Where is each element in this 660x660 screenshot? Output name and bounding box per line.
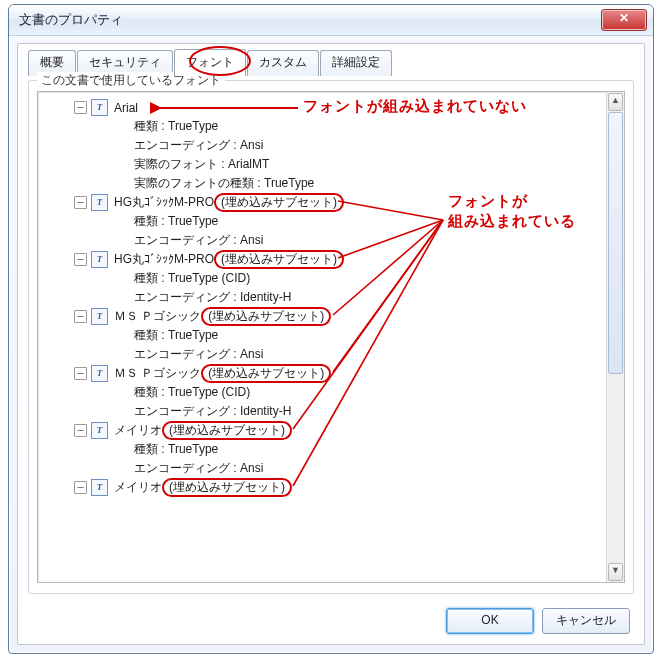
document-properties-dialog: 文書のプロパティ ✕ 概要セキュリティフォントカスタム詳細設定 この文書で使用し… [8, 4, 654, 654]
font-detail-row: 種類 : TrueType [134, 212, 606, 231]
tab-2[interactable]: フォント [174, 49, 246, 76]
font-tree-container: –TArial 種類 : TrueTypeエンコーディング : Ansi実際のフ… [37, 91, 625, 583]
tab-4[interactable]: 詳細設定 [320, 50, 392, 76]
fonts-groupbox: この文書で使用しているフォント –TArial 種類 : TrueTypeエンコ… [28, 80, 634, 594]
scroll-down-button[interactable]: ▼ [608, 563, 623, 581]
embedded-subset-tag: (埋め込みサブセット) [201, 307, 331, 326]
embedded-subset-tag: (埋め込みサブセット) [214, 193, 344, 212]
font-icon: T [91, 479, 108, 496]
font-icon: T [91, 194, 108, 211]
font-name-label: HG丸ｺﾞｼｯｸM-PRO [114, 251, 214, 268]
cancel-button[interactable]: キャンセル [542, 608, 630, 634]
font-node[interactable]: –TArial [74, 98, 606, 117]
font-icon: T [91, 308, 108, 325]
collapse-toggle-icon[interactable]: – [74, 367, 87, 380]
font-node[interactable]: –THG丸ｺﾞｼｯｸM-PRO (埋め込みサブセット) [74, 250, 606, 269]
font-detail-row: 種類 : TrueType [134, 440, 606, 459]
embedded-subset-tag: (埋め込みサブセット) [201, 364, 331, 383]
font-detail-row: 種類 : TrueType (CID) [134, 383, 606, 402]
collapse-toggle-icon[interactable]: – [74, 196, 87, 209]
titlebar: 文書のプロパティ ✕ [9, 5, 653, 36]
font-icon: T [91, 251, 108, 268]
dialog-button-bar: OK キャンセル [446, 608, 630, 634]
window-title: 文書のプロパティ [19, 11, 601, 29]
font-detail-row: 種類 : TrueType [134, 326, 606, 345]
font-name-label: HG丸ｺﾞｼｯｸM-PRO [114, 194, 214, 211]
font-tree[interactable]: –TArial 種類 : TrueTypeエンコーディング : Ansi実際のフ… [38, 92, 606, 582]
font-node[interactable]: –Tメイリオ (埋め込みサブセット) [74, 478, 606, 497]
font-detail-row: エンコーディング : Identity-H [134, 402, 606, 421]
dialog-body: 概要セキュリティフォントカスタム詳細設定 この文書で使用しているフォント –TA… [17, 43, 645, 645]
font-name-label: メイリオ [114, 422, 162, 439]
font-detail-row: エンコーディング : Ansi [134, 136, 606, 155]
font-icon: T [91, 365, 108, 382]
embedded-subset-tag: (埋め込みサブセット) [162, 421, 292, 440]
font-icon: T [91, 99, 108, 116]
embedded-subset-tag: (埋め込みサブセット) [214, 250, 344, 269]
embedded-subset-tag: (埋め込みサブセット) [162, 478, 292, 497]
font-name-label: ＭＳ Ｐゴシック [114, 308, 201, 325]
ok-button[interactable]: OK [446, 608, 534, 634]
font-name-label: Arial [114, 101, 138, 115]
scrollbar-vertical[interactable]: ▲ ▼ [606, 92, 624, 582]
font-name-label: メイリオ [114, 479, 162, 496]
close-button[interactable]: ✕ [601, 9, 647, 31]
font-node[interactable]: –TＭＳ Ｐゴシック (埋め込みサブセット) [74, 307, 606, 326]
font-detail-row: 実際のフォントの種類 : TrueType [134, 174, 606, 193]
tab-3[interactable]: カスタム [247, 50, 319, 76]
scroll-thumb[interactable] [608, 112, 623, 374]
font-node[interactable]: –THG丸ｺﾞｼｯｸM-PRO (埋め込みサブセット) [74, 193, 606, 212]
font-detail-row: 種類 : TrueType [134, 117, 606, 136]
font-detail-row: 種類 : TrueType (CID) [134, 269, 606, 288]
font-node[interactable]: –TＭＳ Ｐゴシック (埋め込みサブセット) [74, 364, 606, 383]
scroll-up-button[interactable]: ▲ [608, 93, 623, 111]
font-detail-row: 実際のフォント : ArialMT [134, 155, 606, 174]
font-detail-row: エンコーディング : Identity-H [134, 288, 606, 307]
collapse-toggle-icon[interactable]: – [74, 101, 87, 114]
font-detail-row: エンコーディング : Ansi [134, 345, 606, 364]
font-name-label: ＭＳ Ｐゴシック [114, 365, 201, 382]
collapse-toggle-icon[interactable]: – [74, 424, 87, 437]
collapse-toggle-icon[interactable]: – [74, 253, 87, 266]
font-detail-row: エンコーディング : Ansi [134, 231, 606, 250]
font-detail-row: エンコーディング : Ansi [134, 459, 606, 478]
font-node[interactable]: –Tメイリオ (埋め込みサブセット) [74, 421, 606, 440]
collapse-toggle-icon[interactable]: – [74, 481, 87, 494]
font-icon: T [91, 422, 108, 439]
collapse-toggle-icon[interactable]: – [74, 310, 87, 323]
